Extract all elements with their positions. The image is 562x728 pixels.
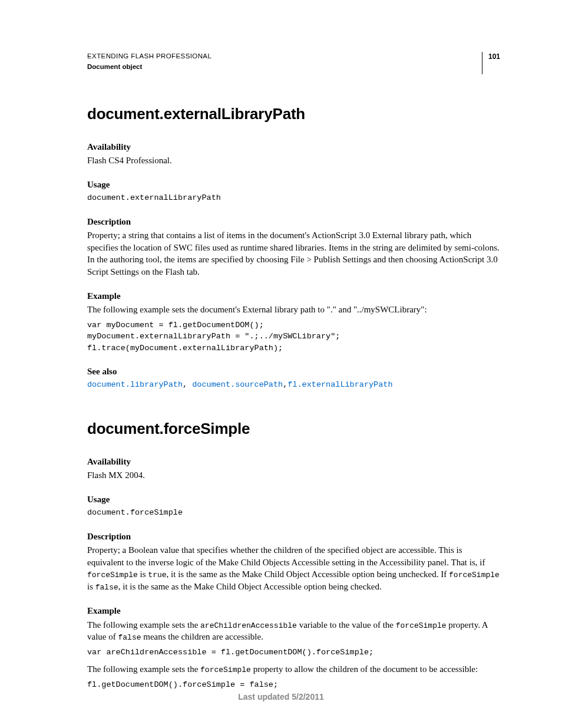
example-label: Example: [87, 290, 500, 302]
usage-label: Usage: [87, 179, 500, 190]
availability-label-2: Availability: [87, 456, 500, 467]
description-label-2: Description: [87, 531, 500, 542]
description-text: Property; a string that contains a list …: [87, 229, 500, 278]
example-label-2: Example: [87, 605, 500, 617]
link-sourcePath[interactable]: document.sourcePath: [192, 380, 283, 389]
example-intro: The following example sets the document'…: [87, 304, 500, 316]
example-code-2a: var areChildrenAccessible = fl.getDocume…: [87, 647, 500, 658]
page-number: 101: [482, 52, 500, 74]
example-intro-2b: The following example sets the forceSimp…: [87, 663, 500, 676]
usage-label-2: Usage: [87, 493, 500, 505]
api-title-forceSimple: document.forceSimple: [87, 419, 500, 439]
usage-code-2: document.forceSimple: [87, 507, 500, 519]
availability-text: Flash CS4 Professional.: [87, 154, 500, 167]
description-label: Description: [87, 216, 500, 228]
availability-text-2: Flash MX 2004.: [87, 469, 500, 482]
link-libraryPath[interactable]: document.libraryPath: [87, 380, 183, 389]
example-code: var myDocument = fl.getDocumentDOM(); my…: [87, 319, 500, 354]
description-text-2: Property; a Boolean value that specifies…: [87, 544, 500, 593]
example-intro-2: The following example sets the areChildr…: [87, 619, 500, 644]
api-title-externalLibraryPath: document.externalLibraryPath: [87, 104, 500, 124]
see-also-links: document.libraryPath, document.sourcePat…: [87, 380, 500, 390]
footer-last-updated: Last updated 5/2/2011: [0, 691, 562, 703]
section-name: Document object: [87, 62, 211, 72]
book-title: EXTENDING FLASH PROFESSIONAL: [87, 52, 211, 61]
document-page: EXTENDING FLASH PROFESSIONAL Document ob…: [0, 0, 562, 690]
example-code-2b: fl.getDocumentDOM().forceSimple = false;: [87, 679, 500, 691]
link-externalLibraryPath[interactable]: fl.externalLibraryPath: [287, 380, 392, 389]
page-header: EXTENDING FLASH PROFESSIONAL Document ob…: [87, 52, 500, 74]
see-also-label: See also: [87, 365, 500, 377]
usage-code: document.externalLibraryPath: [87, 192, 500, 204]
availability-label: Availability: [87, 141, 500, 153]
header-left: EXTENDING FLASH PROFESSIONAL Document ob…: [87, 52, 211, 71]
